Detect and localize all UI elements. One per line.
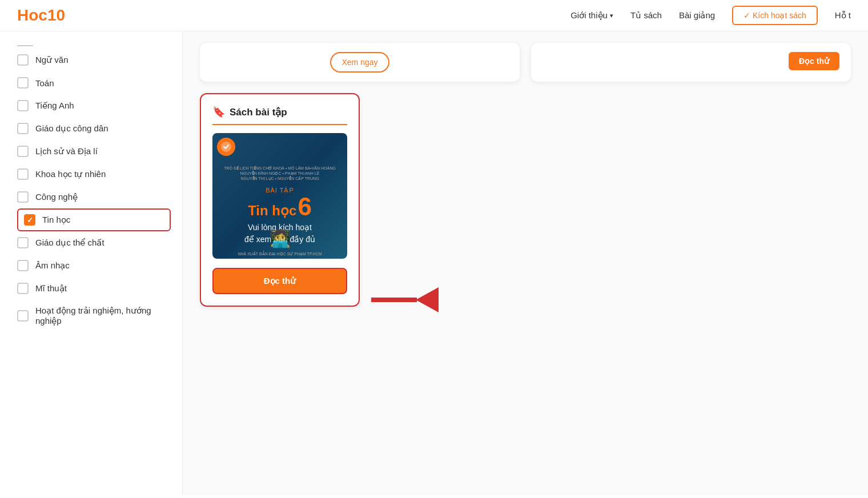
bookmark-icon: 🔖 [212,106,225,118]
sidebar-divider [17,45,33,46]
page-body: Ngữ văn Toán Tiếng Anh Giáo dục công dân… [0,31,868,495]
bottom-row: 🔖 Sách bài tập TRÒ SẾ LỊCH TIẾNG CHỜ KHO… [200,93,851,312]
sidebar-item-cong-nghe[interactable]: Công nghệ [17,186,171,208]
xem-ngay-button[interactable]: Xem ngay [330,52,389,73]
checkbox-ngu-van[interactable] [17,54,29,66]
sidebar-label-am-nhac: Âm nhạc [35,260,70,271]
sidebar-label-tin-hoc: Tin học [42,215,70,225]
sidebar-label-giao-duc-cong-dan: Giáo dục công dân [35,123,108,134]
sidebar-item-khoa-hoc-tu-nhien[interactable]: Khoa học tự nhiên [17,163,171,186]
sidebar-item-giao-duc-cong-dan[interactable]: Giáo dục công dân [17,117,171,140]
sidebar-label-toan: Toán [35,78,54,88]
checkbox-cong-nghe[interactable] [17,191,29,203]
top-card-right: Đọc thử [531,43,851,82]
arrow-container [371,287,439,312]
book-title: Tin học [248,204,296,218]
arrow-shaft [371,298,417,302]
main-content: Xem ngay Đọc thử 🔖 Sách bài tập [183,31,868,495]
sidebar-item-toan[interactable]: Toán [17,71,171,94]
chevron-down-icon: ▾ [610,12,613,19]
nav-tu-sach[interactable]: Tủ sách [630,10,662,21]
book-subtitle: BÀI TẬP [266,187,294,194]
book-cover: TRÒ SẾ LỊCH TIẾNG CHỜ KHOÁ • MÔ LÂM BÁ•V… [212,133,347,259]
character-illustration: 👩‍💻 [270,228,291,248]
sidebar-item-giao-duc-the-chat[interactable]: Giáo dục thể chất [17,231,171,254]
activate-button[interactable]: ✓ Kích hoạt sách [732,6,818,25]
logo-number: 10 [47,6,65,24]
sidebar-label-hoat-dong-trai-nghiem: Hoạt động trải nghiệm, hướng nghiệp [35,306,171,326]
card-title: Sách bài tập [230,106,287,118]
checkbox-mi-thuat[interactable] [17,283,29,294]
checkbox-am-nhac[interactable] [17,260,29,271]
sidebar-label-khoa-hoc-tu-nhien: Khoa học tự nhiên [35,169,106,179]
logo-text: Hoc [17,6,47,24]
sidebar-item-lich-su-dia-li[interactable]: Lịch sử và Địa lí [17,140,171,163]
sidebar-item-am-nhac[interactable]: Âm nhạc [17,254,171,277]
checkbox-toan[interactable] [17,77,29,89]
top-cards-row: Xem ngay Đọc thử [200,43,851,82]
top-card-left: Xem ngay [200,43,520,82]
arrow-head-left [416,287,439,312]
nav-profile[interactable]: Hỗ t [835,10,851,21]
checkbox-giao-duc-cong-dan[interactable] [17,123,29,134]
svg-point-0 [221,142,231,152]
sidebar: Ngữ văn Toán Tiếng Anh Giáo dục công dân… [0,31,183,495]
nav-gioi-thieu[interactable]: Giới thiệu ▾ [570,10,613,21]
sidebar-label-giao-duc-the-chat: Giáo dục thể chất [35,238,105,248]
book-publisher: NHÀ XUẤT BẢN ĐẠI HỌC SƯ PHẠM TP.HCM [238,252,322,256]
sidebar-item-mi-thuat[interactable]: Mĩ thuật [17,277,171,300]
nav: Giới thiệu ▾ Tủ sách Bài giảng ✓ Kích ho… [570,6,851,25]
sidebar-item-ngu-van[interactable]: Ngữ văn [17,49,171,71]
sidebar-label-tieng-anh: Tiếng Anh [35,101,74,111]
card-header: 🔖 Sách bài tập [212,106,347,125]
checkbox-tin-hoc[interactable] [24,214,35,226]
checkbox-giao-duc-the-chat[interactable] [17,237,29,248]
sidebar-item-tieng-anh[interactable]: Tiếng Anh [17,94,171,117]
sidebar-label-lich-su-dia-li: Lịch sử và Địa lí [35,146,98,156]
doc-thu-main-button[interactable]: Đọc thử [212,268,347,294]
sidebar-label-cong-nghe: Công nghệ [35,192,78,202]
doc-thu-top-button[interactable]: Đọc thử [789,52,839,70]
nav-bai-giang[interactable]: Bài giảng [679,10,715,21]
sidebar-item-tin-hoc[interactable]: Tin học [17,208,171,231]
checkbox-hoat-dong-trai-nghiem[interactable] [17,310,29,322]
sidebar-item-hoat-dong-trai-nghiem[interactable]: Hoạt động trải nghiệm, hướng nghiệp [17,300,171,332]
book-number: 6 [298,195,311,218]
checkbox-khoa-hoc-tu-nhien[interactable] [17,168,29,180]
badge-icon [217,138,235,156]
sach-bai-tap-card: 🔖 Sách bài tập TRÒ SẾ LỊCH TIẾNG CHỜ KHO… [200,93,360,307]
header: Hoc10 Giới thiệu ▾ Tủ sách Bài giảng ✓ K… [0,0,868,31]
book-authors: TRÒ SẾ LỊCH TIẾNG CHỜ KHOÁ • MÔ LÂM BÁ•V… [219,163,340,183]
sidebar-label-mi-thuat: Mĩ thuật [35,283,67,294]
checkbox-tieng-anh[interactable] [17,100,29,111]
logo[interactable]: Hoc10 [17,6,65,25]
sidebar-label-ngu-van: Ngữ văn [35,55,69,65]
checkbox-lich-su-dia-li[interactable] [17,146,29,157]
